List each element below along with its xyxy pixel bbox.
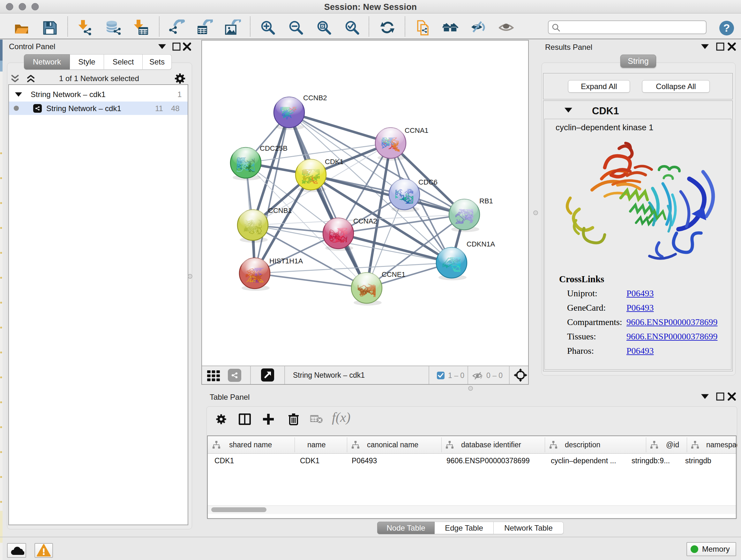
svg-text:RB1: RB1 bbox=[479, 197, 493, 205]
svg-text:CCNE1: CCNE1 bbox=[382, 270, 406, 278]
svg-text:CCNA1: CCNA1 bbox=[405, 126, 428, 134]
svg-text:CDK1: CDK1 bbox=[325, 158, 344, 166]
svg-text:CDC6: CDC6 bbox=[418, 178, 437, 186]
svg-text:HIST1H1A: HIST1H1A bbox=[269, 257, 303, 265]
svg-text:CCNA2: CCNA2 bbox=[353, 217, 377, 225]
svg-text:CDC25B: CDC25B bbox=[260, 144, 287, 152]
svg-text:CCNB2: CCNB2 bbox=[303, 94, 327, 102]
svg-text:CDKN1A: CDKN1A bbox=[467, 240, 495, 248]
svg-text:CCNB1: CCNB1 bbox=[268, 206, 292, 214]
svg-text:?: ? bbox=[724, 22, 730, 34]
